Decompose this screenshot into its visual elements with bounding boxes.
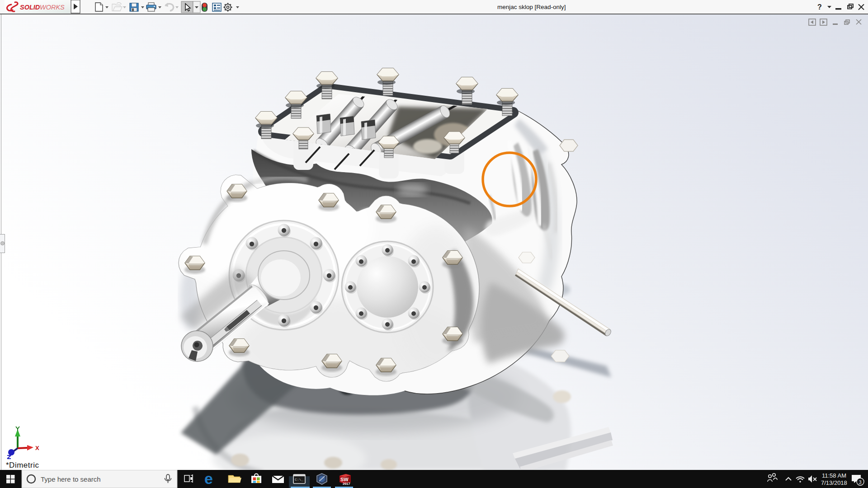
svg-text:Type here to search: Type here to search — [41, 475, 101, 483]
svg-text:menjac sklop [Read-only]: menjac sklop [Read-only] — [497, 4, 566, 10]
svg-text:11:58 AM: 11:58 AM — [822, 472, 846, 479]
svg-text:WORKS: WORKS — [40, 4, 65, 11]
svg-text:C:\_: C:\_ — [295, 478, 303, 482]
svg-text:X: X — [35, 445, 39, 451]
svg-text:7/13/2018: 7/13/2018 — [821, 479, 847, 486]
svg-text:3: 3 — [859, 479, 862, 485]
svg-text:2017: 2017 — [343, 482, 350, 486]
svg-text:SOLID: SOLID — [20, 4, 40, 11]
svg-text:e: e — [204, 470, 213, 487]
svg-text:?: ? — [817, 3, 822, 11]
